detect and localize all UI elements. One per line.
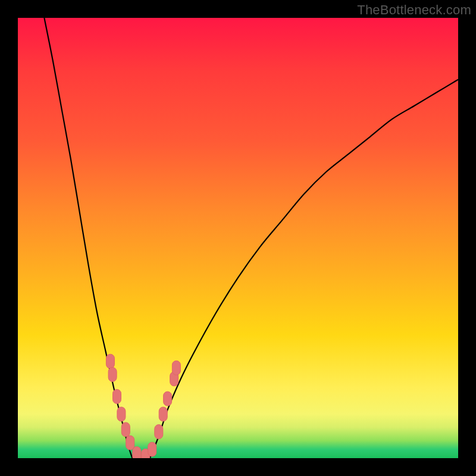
marker-capsule [108,367,117,381]
marker-capsule [106,354,114,368]
curve-right-branch [150,80,458,458]
marker-capsule [126,436,134,450]
marker-capsule [155,425,163,439]
marker-capsule [121,422,130,437]
marker-capsule [159,407,167,421]
chart-frame: TheBottleneck.com [0,0,476,476]
watermark-text: TheBottleneck.com [357,2,471,18]
marker-capsule [148,442,156,456]
curves-svg [18,18,458,458]
marker-capsule [117,407,126,421]
marker-capsule [133,447,141,458]
plot-area [18,18,458,458]
marker-capsule [113,389,121,403]
marker-capsule [172,361,180,375]
marker-capsule [164,392,172,406]
